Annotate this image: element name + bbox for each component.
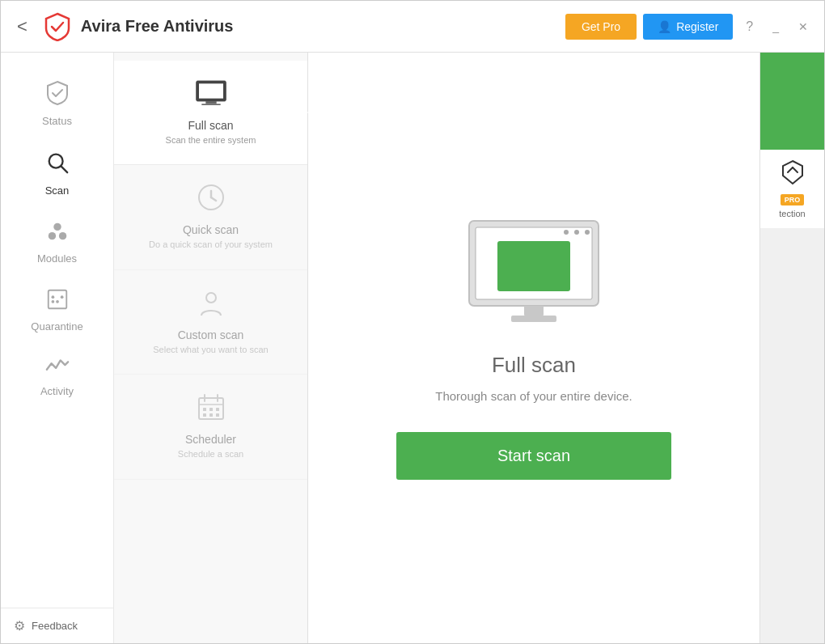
pro-badge: PRO (781, 194, 805, 205)
svg-marker-36 (783, 161, 802, 184)
customscan-desc: Select what you want to scan (153, 344, 268, 356)
getpro-button[interactable]: Get Pro (565, 14, 637, 40)
scan-icon (45, 150, 70, 180)
register-button[interactable]: 👤 Register (643, 14, 733, 40)
svg-rect-13 (201, 104, 220, 105)
promo-panel: PRO tection (759, 53, 824, 643)
svg-line-38 (793, 167, 798, 172)
sidebar-item-scan[interactable]: Scan (1, 138, 113, 208)
quickscan-desc: Do a quick scan of your system (149, 239, 273, 251)
app-title: Avira Free Antivirus (81, 17, 565, 36)
sidebar-item-quarantine[interactable]: Quarantine (1, 276, 113, 344)
sidebar-item-status[interactable]: Status (1, 69, 113, 138)
quickscan-title: Quick scan (183, 223, 239, 236)
scheduler-title: Scheduler (185, 433, 236, 446)
promo-avira-icon (780, 159, 806, 191)
svg-point-3 (48, 232, 55, 239)
feedback-label: Feedback (32, 620, 78, 632)
svg-rect-5 (48, 290, 66, 309)
fullscan-title: Full scan (188, 119, 233, 132)
scan-list-item-full[interactable]: Full scan Scan the entire system (114, 61, 307, 165)
titlebar-actions: Get Pro 👤 Register ? _ ✕ (565, 14, 814, 40)
start-scan-button[interactable]: Start scan (396, 432, 671, 480)
sidebar-item-modules[interactable]: Modules (1, 208, 113, 276)
svg-rect-35 (511, 316, 556, 322)
app-logo (42, 11, 73, 42)
fullscan-desc: Scan the entire system (166, 134, 256, 146)
svg-rect-26 (209, 413, 213, 417)
sidebar: Status Scan (1, 53, 114, 643)
svg-point-9 (51, 300, 54, 303)
fullscan-illustration (461, 217, 607, 330)
help-button[interactable]: ? (739, 16, 759, 37)
svg-rect-24 (216, 408, 219, 411)
svg-point-17 (206, 293, 216, 303)
detail-scan-desc: Thorough scan of your entire device. (435, 389, 632, 403)
detail-panel: Full scan Thorough scan of your entire d… (308, 53, 759, 643)
customscan-title: Custom scan (178, 328, 244, 341)
quickscan-icon (197, 183, 226, 218)
detail-scan-title: Full scan (492, 353, 576, 378)
svg-point-2 (53, 223, 61, 231)
scan-list-item-custom[interactable]: Custom scan Select what you want to scan (114, 270, 307, 375)
promo-card[interactable]: PRO tection (760, 150, 824, 228)
svg-point-31 (574, 230, 579, 235)
titlebar: < Avira Free Antivirus Get Pro 👤 Registe… (1, 1, 824, 53)
customscan-icon (197, 288, 226, 324)
fullscan-icon (195, 78, 227, 114)
back-button[interactable]: < (11, 13, 34, 40)
quarantine-icon (45, 287, 70, 316)
modules-icon (45, 219, 70, 248)
close-button[interactable]: ✕ (792, 17, 814, 36)
svg-point-30 (564, 230, 569, 235)
shield-icon (45, 80, 70, 110)
activity-icon (45, 355, 70, 380)
svg-rect-11 (199, 83, 223, 98)
svg-point-4 (58, 232, 66, 239)
scan-list-item-quick[interactable]: Quick scan Do a quick scan of your syste… (114, 165, 307, 269)
minimize-button[interactable]: _ (766, 17, 785, 36)
promo-green-bar (760, 53, 824, 150)
sidebar-label-scan: Scan (45, 184, 70, 197)
svg-rect-27 (216, 413, 219, 417)
user-icon: 👤 (658, 20, 671, 33)
sidebar-item-activity[interactable]: Activity (1, 344, 113, 409)
feedback-button[interactable]: ⚙ Feedback (1, 608, 113, 643)
promo-protection-text: tection (779, 209, 805, 218)
svg-rect-34 (524, 306, 544, 316)
app-window: < Avira Free Antivirus Get Pro 👤 Registe… (0, 0, 825, 644)
svg-rect-33 (497, 241, 570, 291)
scheduler-icon (197, 392, 226, 428)
svg-point-6 (51, 295, 54, 299)
svg-rect-25 (203, 413, 206, 417)
svg-rect-22 (203, 408, 206, 411)
sidebar-label-quarantine: Quarantine (31, 320, 82, 333)
svg-point-32 (585, 230, 590, 235)
sidebar-label-activity: Activity (40, 385, 74, 397)
scan-list-panel: Full scan Scan the entire system Quick s… (114, 53, 308, 643)
svg-line-1 (61, 167, 67, 173)
svg-line-37 (788, 167, 793, 172)
scan-list-item-scheduler[interactable]: Scheduler Schedule a scan (114, 375, 307, 479)
gear-icon: ⚙ (14, 618, 25, 633)
svg-point-7 (56, 300, 59, 303)
main-content: Status Scan (1, 53, 824, 643)
scheduler-desc: Schedule a scan (178, 448, 243, 460)
svg-rect-12 (205, 101, 216, 104)
sidebar-label-modules: Modules (37, 252, 77, 265)
svg-rect-23 (209, 408, 213, 411)
svg-line-16 (211, 197, 216, 201)
sidebar-label-status: Status (42, 115, 72, 127)
svg-point-8 (60, 295, 63, 299)
